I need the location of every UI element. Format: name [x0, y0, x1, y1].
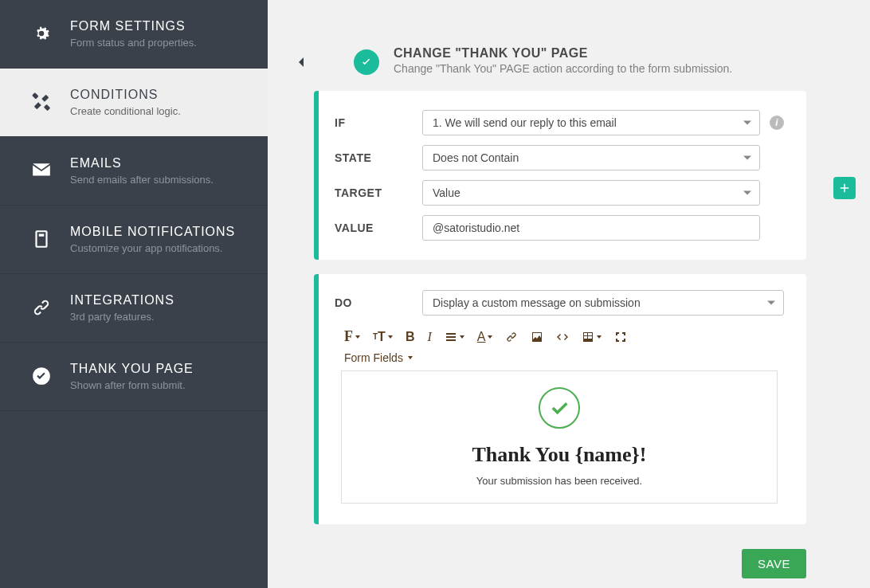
value-input[interactable]	[422, 215, 760, 241]
fullscreen-button[interactable]	[614, 331, 627, 343]
main-content: CHANGE "THANK YOU" PAGE Change "Thank Yo…	[268, 0, 870, 588]
text-color-button[interactable]: A	[477, 330, 493, 344]
sidebar-item-conditions[interactable]: CONDITIONS Create conditional logic.	[0, 69, 268, 137]
editor-toolbar: F TT B I A	[335, 322, 784, 351]
if-value: 1. We will send our reply to this email	[433, 116, 617, 129]
thank-you-message: Your submission has been received.	[358, 475, 761, 487]
sidebar-item-emails[interactable]: EMAILS Send emails after submissions.	[0, 137, 268, 206]
table-button[interactable]	[582, 331, 602, 343]
sidebar-title: EMAILS	[70, 156, 252, 171]
if-select[interactable]: 1. We will send our reply to this email	[422, 110, 760, 135]
if-label: IF	[335, 116, 422, 129]
sidebar-desc: Form status and properties.	[70, 37, 252, 49]
chevron-down-icon	[743, 191, 751, 195]
success-check-icon	[539, 387, 580, 429]
sidebar-item-thankyou[interactable]: THANK YOU PAGE Shown after form submit.	[0, 343, 268, 411]
condition-panel: IF 1. We will send our reply to this ema…	[314, 91, 806, 260]
thank-you-title: Thank You {name}!	[358, 443, 761, 467]
sidebar-title: FORM SETTINGS	[70, 19, 252, 33]
chevron-down-icon	[743, 121, 751, 125]
do-select[interactable]: Display a custom message on submission	[422, 290, 784, 316]
chevron-down-icon	[743, 156, 751, 160]
sidebar-title: CONDITIONS	[70, 88, 252, 102]
sidebar-desc: Customize your app notifications.	[70, 242, 252, 254]
page-desc: Change "Thank You" PAGE action according…	[394, 62, 732, 75]
state-label: STATE	[335, 151, 422, 164]
target-select[interactable]: Value	[422, 180, 760, 206]
action-panel: DO Display a custom message on submissio…	[314, 274, 806, 524]
font-size-button[interactable]: TT	[373, 330, 393, 344]
sidebar-title: INTEGRATIONS	[70, 293, 252, 308]
check-circle-icon	[354, 49, 379, 75]
page-title: CHANGE "THANK YOU" PAGE	[394, 46, 732, 61]
form-fields-button[interactable]: Form Fields	[335, 351, 784, 370]
do-label: DO	[335, 296, 422, 309]
email-icon	[29, 158, 54, 183]
do-value: Display a custom message on submission	[433, 296, 641, 309]
image-button[interactable]	[531, 331, 543, 343]
editor-body[interactable]: Thank You {name}! Your submission has be…	[341, 370, 778, 504]
target-value: Value	[433, 186, 460, 199]
link-button[interactable]	[505, 331, 518, 343]
italic-button[interactable]: I	[427, 330, 431, 344]
code-button[interactable]	[556, 331, 569, 343]
save-button[interactable]: SAVE	[742, 549, 806, 578]
sidebar-text: FORM SETTINGS Form status and properties…	[70, 19, 252, 49]
chevron-down-icon	[767, 301, 775, 305]
sidebar-text: INTEGRATIONS 3rd party features.	[70, 293, 252, 323]
align-button[interactable]	[445, 331, 464, 343]
check-circle-icon	[29, 363, 54, 389]
link-icon	[29, 295, 54, 320]
mobile-icon	[29, 226, 54, 252]
state-value: Does not Contain	[433, 151, 519, 164]
target-label: TARGET	[335, 186, 422, 199]
gear-icon	[29, 21, 54, 46]
sidebar-desc: Create conditional logic.	[70, 105, 252, 117]
bold-button[interactable]: B	[406, 330, 415, 344]
sidebar: FORM SETTINGS Form status and properties…	[0, 0, 268, 588]
add-condition-button[interactable]	[833, 177, 856, 199]
conditions-icon	[29, 89, 54, 115]
sidebar-desc: Send emails after submissions.	[70, 174, 252, 186]
form-fields-label: Form Fields	[344, 351, 403, 364]
sidebar-desc: Shown after form submit.	[70, 379, 252, 391]
sidebar-title: MOBILE NOTIFICATIONS	[70, 225, 252, 239]
sidebar-text: MOBILE NOTIFICATIONS Customize your app …	[70, 225, 252, 254]
sidebar-text: THANK YOU PAGE Shown after form submit.	[70, 362, 252, 391]
header-text: CHANGE "THANK YOU" PAGE Change "Thank Yo…	[394, 46, 732, 75]
sidebar-item-mobile[interactable]: MOBILE NOTIFICATIONS Customize your app …	[0, 206, 268, 274]
sidebar-text: EMAILS Send emails after submissions.	[70, 156, 252, 186]
header: CHANGE "THANK YOU" PAGE Change "Thank Yo…	[268, 0, 870, 91]
back-button[interactable]	[292, 53, 314, 75]
value-label: VALUE	[335, 221, 422, 234]
sidebar-item-integrations[interactable]: INTEGRATIONS 3rd party features.	[0, 274, 268, 343]
info-icon[interactable]: i	[770, 116, 784, 130]
sidebar-item-form-settings[interactable]: FORM SETTINGS Form status and properties…	[0, 0, 268, 69]
sidebar-title: THANK YOU PAGE	[70, 362, 252, 376]
sidebar-desc: 3rd party features.	[70, 311, 252, 323]
sidebar-text: CONDITIONS Create conditional logic.	[70, 88, 252, 117]
font-family-button[interactable]: F	[344, 328, 360, 345]
state-select[interactable]: Does not Contain	[422, 145, 760, 171]
